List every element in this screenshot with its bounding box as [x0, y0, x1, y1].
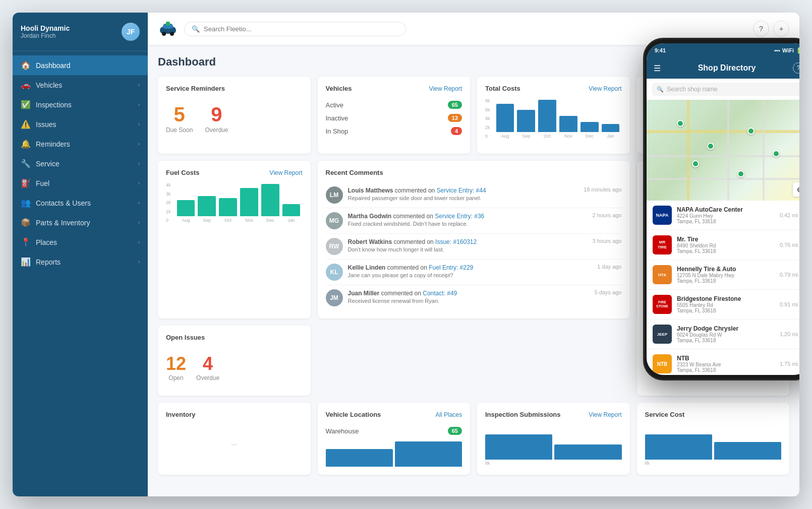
service-cost-label: 8k — [645, 461, 782, 466]
phone-map: ⊕ — [647, 100, 799, 201]
shop-item-ntb[interactable]: NTB NTB 2323 W Bearss Ave Tampa, FL 3361… — [647, 349, 799, 375]
org-name[interactable]: Hooli Dynamic — [21, 24, 70, 32]
search-bar[interactable]: 🔍 — [184, 22, 406, 36]
shop-item-bridgestone[interactable]: FIRESTONE Bridgestone Firestone 5505 Han… — [647, 290, 799, 320]
add-button[interactable]: + — [773, 21, 789, 37]
issues-open-count: 12 — [166, 353, 186, 374]
issue-open-stat: 12 Open — [166, 353, 186, 381]
phone-status-bar: 9:41 ▪▪▪ WiFi 🔋 — [647, 43, 799, 57]
vehicle-locations-card: Vehicle Locations All Places Warehouse 6… — [318, 403, 471, 475]
chevron-icon7: › — [138, 220, 140, 225]
bar-aug: Aug — [496, 104, 514, 139]
places-icon: 📍 — [21, 237, 31, 247]
phone-search[interactable]: 🔍 Search shop name — [652, 83, 799, 96]
shop-item-mrtire[interactable]: MRTIRE Mr. Tire 8490 Sheldon Rd Tampa, F… — [647, 230, 799, 260]
sc-bar-2 — [714, 442, 781, 460]
fuel-costs-view-report[interactable]: View Report — [269, 169, 302, 176]
location-button[interactable]: ⊕ — [793, 182, 799, 197]
shop-item-jerry[interactable]: JEEP Jerry Dodge Chrysler 6024 Douglas R… — [647, 320, 799, 349]
comments-title: Recent Comments — [326, 169, 383, 176]
fuel-bar-dec: Dec — [261, 184, 279, 223]
bar-dec: Dec — [581, 122, 599, 139]
inspection-view-report[interactable]: View Report — [589, 411, 621, 418]
menu-icon[interactable]: ☰ — [654, 63, 661, 73]
signal-icon: ▪▪▪ — [774, 47, 780, 53]
bar-jan-fill — [602, 124, 620, 132]
avatar-mg: MG — [326, 212, 343, 229]
recent-comments-card: Recent Comments LM Louis Matthews commen… — [318, 161, 630, 319]
nav-label-places: Places — [36, 238, 133, 246]
sidebar-item-parts[interactable]: 📦 Parts & Inventory › — [13, 213, 148, 232]
inventory-card: Inventory — — [158, 403, 311, 475]
phone-screen: 9:41 ▪▪▪ WiFi 🔋 ☰ Shop Directory ? 🔍 Sea… — [647, 43, 799, 375]
search-input[interactable] — [204, 25, 398, 33]
shop-item-napa[interactable]: NAPA NAPA AutoCare Center 4224 Gunn Hwy … — [647, 201, 799, 230]
bar-dec-fill — [581, 122, 599, 132]
comment-text-5: Juan Miller commented on Contact: #49 — [348, 289, 590, 298]
sidebar-item-service[interactable]: 🔧 Service › — [13, 154, 148, 173]
nav-label-parts: Parts & Inventory — [36, 219, 133, 227]
phone-time: 9:41 — [655, 47, 666, 53]
service-reminders-card: Service Reminders 5 Due Soon 9 Overdue — [158, 77, 311, 154]
road-h3 — [647, 178, 799, 180]
nav-label-vehicles: Vehicles — [36, 81, 133, 89]
issues-stats: 12 Open 4 Overdue — [166, 347, 303, 388]
comment-link-5[interactable]: Contact: #49 — [423, 290, 457, 297]
sidebar-item-issues[interactable]: ⚠️ Issues › — [13, 114, 148, 134]
shop-info-napa: NAPA AutoCare Center 4224 Gunn Hwy Tampa… — [677, 206, 775, 224]
comment-desc-2: Fixed cracked windshield. Didn't have to… — [348, 221, 588, 227]
inspection-x-labels: 8k — [485, 461, 622, 466]
sidebar-item-reports[interactable]: 📊 Reports › — [13, 252, 148, 272]
comment-item-3: RW Robert Watkins commented on Issue: #1… — [326, 234, 622, 260]
sidebar-item-dashboard[interactable]: 🏠 Dashboard — [13, 55, 148, 75]
shop-name-ntb: NTB — [677, 355, 775, 362]
comment-link-4[interactable]: Fuel Entry: #229 — [429, 264, 473, 271]
shop-logo-mrtire: MRTIRE — [653, 235, 672, 254]
parts-icon: 📦 — [21, 218, 31, 227]
help-icon[interactable]: ? — [793, 62, 799, 74]
service-icon: 🔧 — [21, 159, 31, 168]
sidebar-item-places[interactable]: 📍 Places › — [13, 232, 148, 252]
warehouse-label: Warehouse — [326, 427, 359, 435]
comment-time-2: 2 hours ago — [592, 212, 621, 218]
map-pin-4 — [692, 160, 699, 167]
vehicle-inshop-label: In Shop — [326, 128, 349, 135]
service-cost-card: Service Cost 8k — [637, 403, 790, 475]
sidebar-item-reminders[interactable]: 🔔 Reminders › — [13, 134, 148, 154]
inspection-bars — [485, 424, 622, 460]
vehicle-inshop-count: 4 — [451, 127, 462, 135]
vehicles-title: Vehicles — [326, 85, 352, 92]
bar-nov-fill — [559, 116, 577, 132]
avatar[interactable]: JF — [122, 23, 140, 41]
comment-desc-1: Repaired passenger side door and lower r… — [348, 195, 579, 201]
sidebar-item-vehicles[interactable]: 🚗 Vehicles › — [13, 75, 148, 95]
comment-link-1[interactable]: Service Entry: #44 — [437, 187, 486, 194]
loc-bar-2 — [395, 441, 462, 467]
fuel-bar-aug: Aug — [177, 200, 195, 223]
total-costs-y-labels: 8k 6k 4k 2k 0 — [485, 98, 492, 139]
shop-name-napa: NAPA AutoCare Center — [677, 206, 775, 213]
battery-icon: 🔋 — [796, 47, 799, 54]
comment-link-3[interactable]: Issue: #160312 — [435, 238, 477, 245]
phone-header: ☰ Shop Directory ? — [647, 57, 799, 79]
vehicles-view-report[interactable]: View Report — [429, 85, 462, 92]
sidebar-item-fuel[interactable]: ⛽ Fuel › — [13, 173, 148, 193]
service-cost-chart: 8k — [645, 424, 782, 465]
shop-item-hennelly[interactable]: HTA Hennelly Tire & Auto 12705 N Dale Ma… — [647, 260, 799, 290]
inventory-placeholder: — — [166, 424, 303, 465]
map-pin-2 — [707, 143, 714, 150]
svg-point-3 — [170, 32, 174, 36]
chevron-icon3: › — [138, 141, 140, 147]
service-cost-bars — [645, 424, 782, 460]
due-soon-label: Due Soon — [166, 126, 193, 134]
overdue-count: 9 — [211, 104, 222, 124]
sidebar-item-contacts[interactable]: 👥 Contacts & Users › — [13, 193, 148, 213]
inspection-submissions-card: Inspection Submissions View Report 8k — [477, 403, 630, 475]
comment-link-2[interactable]: Service Entry: #36 — [435, 213, 484, 220]
all-places-link[interactable]: All Places — [435, 411, 462, 418]
sidebar-item-inspections[interactable]: ✅ Inspections › — [13, 95, 148, 114]
help-button[interactable]: ? — [753, 21, 769, 37]
sidebar-nav: 🏠 Dashboard 🚗 Vehicles › ✅ Inspections ›… — [13, 51, 148, 496]
fuel-bars: Aug Sep Oct — [175, 182, 303, 223]
total-costs-view-report[interactable]: View Report — [589, 85, 621, 92]
